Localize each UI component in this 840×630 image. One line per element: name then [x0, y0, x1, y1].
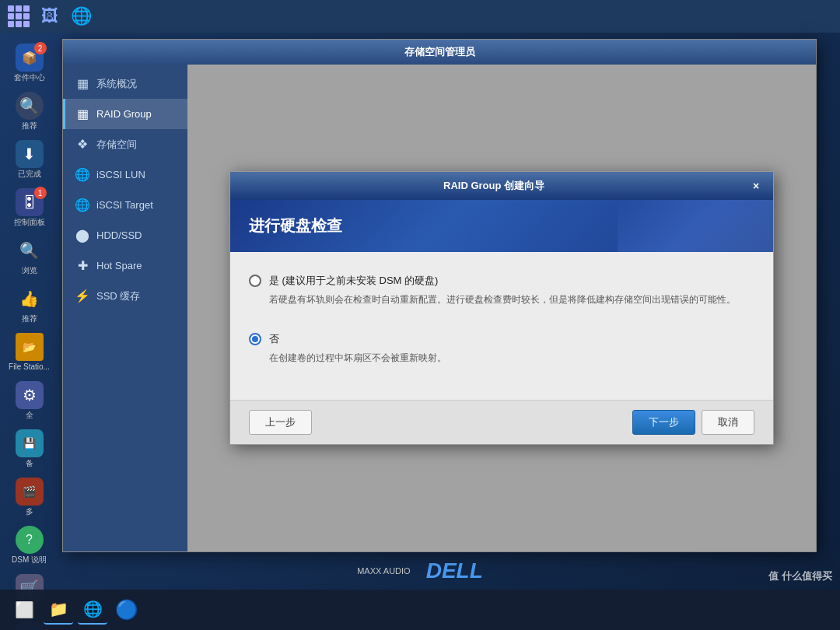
desktop-icon-filestations[interactable]: 📂 File Statio...: [5, 330, 53, 375]
taskbar-top: 🖼 🌐: [0, 0, 840, 33]
desktop-icon-dsm-label: DSM 说明: [12, 555, 47, 565]
desktop-icon-packages-badge: 2: [34, 42, 47, 54]
desktop-icon-downloads[interactable]: ⬇ 已完成: [12, 137, 47, 182]
radio-yes[interactable]: [249, 275, 261, 287]
desktop-icon-browse-label: 浏览: [22, 266, 37, 275]
nav-item-storage[interactable]: ❖ 存储空间: [63, 129, 187, 159]
desktop-icon-search[interactable]: 🔍 推荐: [12, 89, 47, 134]
nav-item-hot-spare[interactable]: ✚ Hot Spare: [63, 250, 187, 281]
desktop-icon-controlpanel-badge: 1: [34, 187, 47, 199]
desktop-icon-media[interactable]: 🎬 多: [12, 474, 47, 520]
hdd-ssd-icon: ⬤: [75, 228, 90, 243]
option-yes-container: 是 (建议用于之前未安装 DSM 的硬盘) 若硬盘有坏轨则会在检查时自动重新配置…: [249, 268, 754, 313]
watermark-text: 值 什么值得买: [768, 569, 832, 583]
app-menu-button[interactable]: [6, 4, 31, 29]
iscsi-target-icon: 🌐: [75, 198, 90, 212]
dialog-titlebar: RAID Group 创建向导 ×: [230, 172, 773, 200]
dell-logo: DELL: [426, 558, 483, 583]
desktop-sidebar: 📦 套件中心 2 🔍 推荐 ⬇ 已完成 🎛 控制面板 1 🔍 浏览 👍 推荐 📂…: [0, 33, 58, 583]
storage-manager-title: 存储空间管理员: [71, 45, 808, 59]
taskbar-network-button[interactable]: 🌐: [78, 595, 107, 625]
nav-item-hot-spare-label: Hot Spare: [96, 260, 142, 271]
dialog-overlay: RAID Group 创建向导 × 进行硬盘检查: [187, 65, 816, 551]
dialog-body: 是 (建议用于之前未安装 DSM 的硬盘) 若硬盘有坏轨则会在检查时自动重新配置…: [230, 252, 773, 400]
option-no-row[interactable]: 否: [249, 332, 754, 346]
desktop-icon-backup-label: 备: [26, 459, 33, 468]
desktop-icon-settings2-label: 全: [26, 411, 33, 420]
desktop-icon-backup[interactable]: 💾 备: [12, 426, 47, 471]
taskbar-filemanager-button[interactable]: 📁: [44, 595, 73, 625]
dialog-footer: 上一步 下一步 取消: [230, 400, 773, 444]
nav-item-ssd-cache-label: SSD 缓存: [96, 289, 140, 303]
storage-icon: ❖: [75, 137, 90, 152]
dialog-title: RAID Group 创建向导: [240, 179, 748, 193]
storage-manager-nav: ▦ 系统概况 ▦ RAID Group ❖ 存储空间 🌐 iSCSI LUN 🌐: [63, 65, 187, 551]
nav-item-iscsi-target[interactable]: 🌐 iSCSI Target: [63, 190, 187, 220]
desktop-icon-dsm[interactable]: ? DSM 说明: [9, 523, 50, 568]
desktop-icon-browse[interactable]: 🔍 浏览: [12, 233, 47, 278]
raid-group-wizard-dialog: RAID Group 创建向导 × 进行硬盘检查: [229, 171, 774, 445]
ssd-cache-icon: ⚡: [75, 289, 90, 303]
taskbar-bottom: ⬜ 📁 🌐 🔵: [0, 590, 840, 630]
taskbar-browser-button[interactable]: 🔵: [112, 595, 142, 625]
brand-area: MAXX AUDIO DELL: [357, 558, 483, 583]
iscsi-lun-icon: 🌐: [75, 167, 90, 182]
hot-spare-icon: ✚: [75, 258, 90, 273]
desktop-icon-controlpanel[interactable]: 🎛 控制面板 1: [11, 185, 48, 230]
storage-manager-titlebar: 存储空间管理员: [63, 40, 816, 65]
desktop-icon-thumbsup[interactable]: 👍 推荐: [12, 282, 47, 327]
storage-manager-content: RAID Group 创建向导 × 进行硬盘检查: [187, 65, 816, 551]
desktop-icon-media-label: 多: [26, 507, 33, 516]
maxx-audio-label: MAXX AUDIO: [357, 566, 410, 576]
desktop-icon-thumbsup-label: 推荐: [22, 314, 37, 324]
option-yes-row[interactable]: 是 (建议用于之前未安装 DSM 的硬盘): [249, 274, 754, 288]
desktop-icon-controlpanel-label: 控制面板: [14, 218, 45, 227]
desktop-icon-packages-label: 套件中心: [14, 73, 45, 82]
option-no-container: 否 在创建卷的过程中坏扇区不会被重新映射。: [249, 326, 754, 372]
dialog-close-button[interactable]: ×: [748, 178, 764, 194]
option-no-label: 否: [269, 332, 279, 346]
next-button[interactable]: 下一步: [632, 410, 695, 435]
cancel-button[interactable]: 取消: [702, 410, 754, 435]
storage-manager-body: ▦ 系统概况 ▦ RAID Group ❖ 存储空间 🌐 iSCSI LUN 🌐: [63, 65, 816, 551]
raid-icon: ▦: [75, 107, 90, 121]
nav-item-hdd-ssd-label: HDD/SSD: [96, 229, 142, 241]
nav-item-ssd-cache[interactable]: ⚡ SSD 缓存: [63, 281, 187, 311]
prev-button[interactable]: 上一步: [249, 410, 312, 435]
storage-manager-window: 存储空间管理员 ▦ 系统概况 ▦ RAID Group ❖ 存储空间 🌐: [62, 39, 817, 552]
nav-item-iscsi-lun[interactable]: 🌐 iSCSI LUN: [63, 159, 187, 190]
top-icon-2[interactable]: 🌐: [68, 4, 93, 29]
desktop-icon-downloads-label: 已完成: [18, 170, 41, 179]
nav-item-overview[interactable]: ▦ 系统概况: [63, 68, 187, 99]
radio-no[interactable]: [249, 333, 261, 345]
desktop-icon-packages[interactable]: 📦 套件中心 2: [11, 40, 48, 86]
option-yes-description: 若硬盘有坏轨则会在检查时自动重新配置。进行硬盘检查费时较长，但是将降低建构存储空…: [269, 292, 754, 307]
dialog-header: 进行硬盘检查: [230, 200, 773, 252]
nav-item-storage-label: 存储空间: [96, 138, 137, 152]
desktop-icon-search-label: 推荐: [22, 121, 37, 131]
dialog-header-title: 进行硬盘检查: [249, 215, 754, 236]
nav-item-raid[interactable]: ▦ RAID Group: [63, 99, 187, 129]
nav-item-raid-label: RAID Group: [96, 108, 152, 120]
nav-item-iscsi-lun-label: iSCSI LUN: [96, 169, 145, 180]
nav-item-overview-label: 系统概况: [96, 77, 137, 91]
top-icon-1[interactable]: 🖼: [37, 4, 62, 29]
nav-item-hdd-ssd[interactable]: ⬤ HDD/SSD: [63, 220, 187, 250]
option-no-description: 在创建卷的过程中坏扇区不会被重新映射。: [269, 351, 754, 366]
overview-icon: ▦: [75, 76, 90, 91]
dialog-footer-right: 下一步 取消: [632, 410, 754, 435]
desktop-icon-settings2[interactable]: ⚙ 全: [12, 378, 47, 423]
desktop: 🖼 🌐 📦 套件中心 2 🔍 推荐 ⬇ 已完成 🎛 控制面板 1 🔍 浏览 👍: [0, 0, 840, 630]
taskbar-windows-button[interactable]: ⬜: [9, 595, 39, 625]
desktop-icon-filestations-label: File Statio...: [9, 362, 50, 372]
nav-item-iscsi-target-label: iSCSI Target: [96, 199, 153, 211]
option-yes-label: 是 (建议用于之前未安装 DSM 的硬盘): [269, 274, 438, 288]
